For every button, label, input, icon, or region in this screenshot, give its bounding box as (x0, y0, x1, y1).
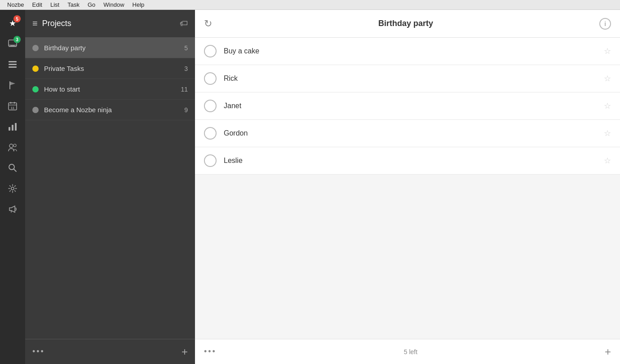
inbox-badge: 3 (13, 36, 21, 43)
task-star-gordon[interactable]: ☆ (604, 128, 611, 138)
project-item-private-tasks[interactable]: Private Tasks 3 (25, 58, 195, 79)
task-item-gordon[interactable]: Gordon ☆ (195, 120, 620, 147)
menu-help[interactable]: Help (129, 0, 148, 9)
svg-point-14 (13, 144, 16, 147)
projects-sidebar: ≡ Projects 🏷 Birthday party 5 Private Ta… (25, 10, 195, 364)
task-checkbox-gordon[interactable] (204, 127, 217, 140)
project-name-ninja: Become a Nozbe ninja (44, 106, 179, 114)
task-checkbox-janet[interactable] (204, 100, 217, 112)
sidebar-item-starred[interactable]: ★ 5 (3, 13, 22, 33)
task-name-rick: Rick (224, 75, 597, 83)
svg-rect-2 (10, 45, 15, 46)
team-icon (8, 142, 18, 152)
menu-task[interactable]: Task (64, 0, 83, 9)
flag-icon (8, 80, 18, 90)
project-count-birthday: 5 (184, 44, 188, 52)
task-item-janet[interactable]: Janet ☆ (195, 92, 620, 120)
info-icon[interactable]: i (599, 18, 611, 30)
sidebar-item-projects[interactable] (3, 55, 22, 75)
sidebar-item-settings[interactable] (3, 179, 22, 198)
projects-title: Projects (42, 19, 175, 28)
svg-rect-5 (9, 66, 17, 68)
svg-rect-3 (9, 61, 17, 62)
content-title: Birthday party (219, 19, 592, 28)
chart-icon (8, 122, 18, 132)
add-task-button[interactable]: + (605, 346, 611, 358)
task-checkbox-rick[interactable] (204, 72, 217, 85)
icon-sidebar: ★ 5 3 (0, 10, 25, 364)
svg-rect-4 (9, 64, 17, 65)
project-name-birthday: Birthday party (44, 44, 179, 52)
menubar: Nozbe Edit List Task Go Window Help (0, 0, 620, 10)
project-item-nozbe-ninja[interactable]: Become a Nozbe ninja 9 (25, 100, 195, 120)
menu-window[interactable]: Window (100, 0, 128, 9)
task-star-leslie[interactable]: ☆ (604, 156, 611, 166)
task-star-janet[interactable]: ☆ (604, 101, 611, 111)
sidebar-item-team[interactable] (3, 137, 22, 157)
projects-menu-icon: ≡ (32, 18, 38, 29)
project-count-howto: 11 (181, 86, 188, 93)
task-item-rick[interactable]: Rick ☆ (195, 65, 620, 92)
task-star-rick[interactable]: ☆ (604, 74, 611, 83)
starred-badge: 5 (13, 15, 21, 22)
projects-more-button[interactable]: ••• (32, 347, 45, 356)
task-item-leslie[interactable]: Leslie ☆ (195, 147, 620, 175)
projects-tag-icon[interactable]: 🏷 (180, 19, 188, 28)
sidebar-item-announcements[interactable] (3, 199, 22, 219)
project-dot-howto (32, 86, 39, 92)
menu-go[interactable]: Go (84, 0, 99, 9)
sidebar-item-search[interactable] (3, 158, 22, 178)
task-list: Buy a cake ☆ Rick ☆ Janet ☆ Gordon ☆ Les… (195, 38, 620, 339)
projects-header: ≡ Projects 🏷 (25, 10, 195, 38)
task-name-leslie: Leslie (224, 157, 597, 165)
project-count-ninja: 9 (184, 106, 188, 114)
svg-point-16 (11, 187, 14, 190)
project-count-private: 3 (184, 65, 188, 72)
task-star-buy-a-cake[interactable]: ☆ (604, 46, 611, 56)
projects-footer: ••• + (25, 339, 195, 364)
svg-text:11: 11 (11, 106, 14, 110)
svg-rect-11 (12, 125, 13, 131)
calendar-icon: 11 (8, 101, 18, 111)
settings-icon (8, 184, 18, 193)
task-name-janet: Janet (224, 102, 597, 110)
menu-nozbe[interactable]: Nozbe (4, 0, 28, 9)
svg-rect-10 (9, 127, 10, 131)
task-checkbox-buy-a-cake[interactable] (204, 45, 217, 57)
megaphone-icon (8, 204, 18, 214)
project-name-private: Private Tasks (44, 65, 179, 72)
content-footer: ••• 5 left + (195, 339, 620, 364)
projects-add-button[interactable]: + (182, 346, 188, 358)
sync-icon[interactable]: ↻ (204, 18, 212, 30)
sidebar-item-inbox[interactable]: 3 (3, 34, 22, 54)
menu-list[interactable]: List (47, 0, 63, 9)
content-more-button[interactable]: ••• (204, 347, 217, 356)
svg-rect-12 (15, 123, 17, 131)
project-item-birthday-party[interactable]: Birthday party 5 (25, 38, 195, 58)
sidebar-item-reports[interactable] (3, 117, 22, 136)
svg-point-13 (9, 144, 13, 148)
project-dot-private (32, 66, 39, 72)
project-item-how-to-start[interactable]: How to start 11 (25, 79, 195, 100)
project-name-howto: How to start (44, 85, 175, 93)
svg-rect-7 (10, 102, 11, 104)
content-area: ↻ Birthday party i Buy a cake ☆ Rick ☆ J… (195, 10, 620, 364)
task-checkbox-leslie[interactable] (204, 154, 217, 167)
task-name-gordon: Gordon (224, 129, 597, 137)
menu-edit[interactable]: Edit (29, 0, 46, 9)
search-icon (8, 163, 18, 173)
sidebar-item-calendar[interactable]: 11 (3, 96, 22, 116)
svg-rect-8 (14, 102, 15, 104)
task-name-buy-a-cake: Buy a cake (224, 47, 597, 55)
main-container: ★ 5 3 (0, 10, 620, 364)
content-header: ↻ Birthday party i (195, 10, 620, 38)
sidebar-item-flags[interactable] (3, 75, 22, 95)
task-item-buy-a-cake[interactable]: Buy a cake ☆ (195, 38, 620, 65)
tasks-left-count: 5 left (404, 348, 417, 355)
projects-icon (8, 60, 18, 70)
project-list: Birthday party 5 Private Tasks 3 How to … (25, 38, 195, 339)
project-dot-ninja (32, 107, 39, 113)
project-dot-birthday (32, 45, 39, 51)
